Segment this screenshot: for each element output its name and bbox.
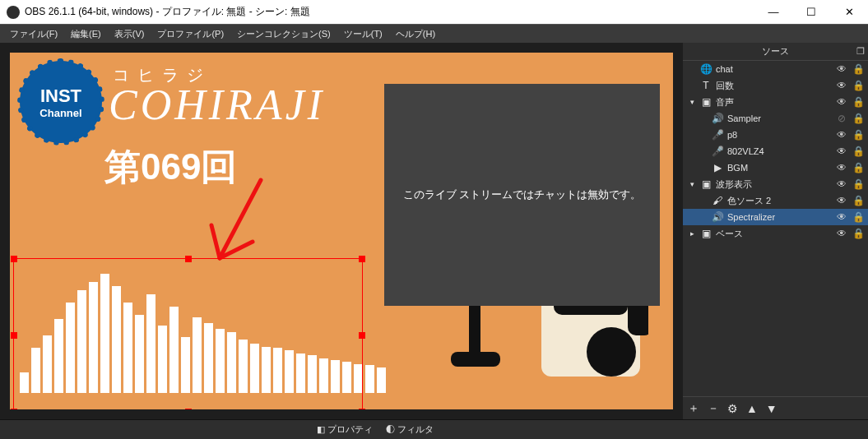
minimize-button[interactable]: — — [754, 0, 792, 25]
titlebar: OBS 26.1.1 (64-bit, windows) - プロファイル: 無… — [0, 0, 868, 25]
svg-rect-9 — [451, 352, 500, 367]
source-label: 色ソース 2 — [727, 195, 832, 207]
source-label: Sampler — [727, 113, 832, 123]
lock-toggle-icon[interactable]: 🔒 — [852, 96, 865, 108]
source-row[interactable]: 🖌色ソース 2👁🔒 — [683, 192, 868, 209]
lock-toggle-icon[interactable]: 🔒 — [852, 228, 865, 239]
menu-view[interactable]: 表示(V) — [108, 28, 151, 40]
sources-panel-header: ソース ❐ — [683, 43, 868, 61]
source-label: BGM — [727, 163, 832, 173]
filters-button[interactable]: ◐ フィルタ — [386, 423, 434, 436]
source-type-icon: ▣ — [699, 96, 713, 108]
source-type-icon: ▣ — [699, 228, 713, 239]
lock-toggle-icon[interactable]: 🔒 — [852, 129, 865, 141]
sources-list[interactable]: 🌐chat👁🔒T回数👁🔒▾▣音声👁🔒🔊Sampler⊘🔒🎤p8👁🔒🎤802VLZ… — [683, 61, 868, 396]
source-row[interactable]: T回数👁🔒 — [683, 77, 868, 94]
source-label: 回数 — [716, 80, 832, 92]
lock-toggle-icon[interactable]: 🔒 — [852, 211, 865, 223]
menu-scene-collection[interactable]: シーンコレクション(S) — [230, 28, 337, 40]
source-type-icon: ▶ — [711, 162, 724, 173]
chat-overlay: このライブ ストリームではチャットは無効です。 — [384, 84, 660, 306]
selection-box[interactable] — [13, 258, 363, 409]
add-source-button[interactable]: ＋ — [688, 401, 699, 416]
visibility-toggle-icon[interactable]: ⊘ — [835, 113, 848, 124]
visibility-toggle-icon[interactable]: 👁 — [835, 96, 848, 108]
title-latin: COHIRAJI — [109, 81, 325, 129]
menu-file[interactable]: ファイル(F) — [3, 28, 64, 40]
sources-toolbar: ＋ － ⚙ ▲ ▼ — [683, 396, 868, 419]
menu-edit[interactable]: 編集(E) — [64, 28, 108, 40]
expand-chevron-icon[interactable]: ▾ — [688, 98, 696, 106]
preview-canvas[interactable]: INST Channel コヒラジ COHIRAJI 第069回 — [10, 53, 673, 409]
svg-rect-8 — [469, 298, 480, 356]
visibility-toggle-icon[interactable]: 👁 — [835, 63, 848, 75]
menubar: ファイル(F) 編集(E) 表示(V) プロファイル(P) シーンコレクション(… — [0, 25, 868, 43]
bottom-bar: ◧ プロパティ ◐ フィルタ — [0, 419, 868, 439]
properties-button[interactable]: ◧ プロパティ — [317, 423, 373, 436]
lock-toggle-icon[interactable]: 🔒 — [852, 63, 865, 75]
source-row[interactable]: ▸▣ベース👁🔒 — [683, 225, 868, 242]
visibility-toggle-icon[interactable]: 👁 — [835, 146, 848, 157]
source-type-icon: 🎤 — [711, 129, 724, 141]
source-label: ベース — [716, 228, 832, 240]
source-label: 音声 — [716, 96, 832, 109]
source-row[interactable]: 🎤p8👁🔒 — [683, 127, 868, 143]
visibility-toggle-icon[interactable]: 👁 — [835, 80, 848, 91]
source-label: p8 — [727, 130, 832, 140]
source-type-icon: 🌐 — [699, 63, 713, 75]
lock-toggle-icon[interactable]: 🔒 — [852, 113, 865, 124]
expand-chevron-icon[interactable]: ▸ — [688, 229, 696, 238]
visibility-toggle-icon[interactable]: 👁 — [835, 195, 848, 206]
sources-panel-title: ソース — [762, 45, 789, 58]
source-type-icon: T — [699, 80, 713, 91]
source-settings-button[interactable]: ⚙ — [727, 402, 738, 415]
visibility-toggle-icon[interactable]: 👁 — [835, 162, 848, 173]
preview-area[interactable]: INST Channel コヒラジ COHIRAJI 第069回 — [0, 43, 683, 419]
source-row[interactable]: 🔊Spectralizer👁🔒 — [683, 209, 868, 225]
visibility-toggle-icon[interactable]: 👁 — [835, 129, 848, 141]
lock-toggle-icon[interactable]: 🔒 — [852, 80, 865, 91]
popout-icon[interactable]: ❐ — [856, 46, 865, 57]
source-row[interactable]: 🔊Sampler⊘🔒 — [683, 110, 868, 127]
source-row[interactable]: ▾▣波形表示👁🔒 — [683, 176, 868, 192]
visibility-toggle-icon[interactable]: 👁 — [835, 228, 848, 239]
source-row[interactable]: 🌐chat👁🔒 — [683, 61, 868, 77]
window-title: OBS 26.1.1 (64-bit, windows) - プロファイル: 無… — [25, 5, 754, 19]
close-button[interactable]: ✕ — [830, 0, 868, 25]
maximize-button[interactable]: ☐ — [792, 0, 830, 25]
lock-toggle-icon[interactable]: 🔒 — [852, 146, 865, 157]
visibility-toggle-icon[interactable]: 👁 — [835, 211, 848, 223]
remove-source-button[interactable]: － — [708, 401, 719, 416]
source-row[interactable]: ▶BGM👁🔒 — [683, 159, 868, 176]
source-row[interactable]: 🎤802VLZ4👁🔒 — [683, 143, 868, 159]
source-label: chat — [716, 64, 832, 74]
source-label: 802VLZ4 — [727, 146, 832, 156]
lock-toggle-icon[interactable]: 🔒 — [852, 195, 865, 206]
app-icon — [7, 6, 20, 19]
svg-point-5 — [587, 327, 636, 377]
channel-badge: INST Channel — [20, 61, 102, 143]
spectralizer-bar — [377, 367, 386, 393]
source-label: 波形表示 — [716, 178, 832, 191]
spectralizer-bar — [365, 365, 374, 393]
source-row[interactable]: ▾▣音声👁🔒 — [683, 94, 868, 110]
source-type-icon: 🖌 — [711, 195, 724, 206]
source-label: Spectralizer — [727, 212, 832, 222]
expand-chevron-icon[interactable]: ▾ — [688, 180, 696, 188]
visibility-toggle-icon[interactable]: 👁 — [835, 178, 848, 190]
menu-profile[interactable]: プロファイル(P) — [151, 28, 230, 40]
menu-help[interactable]: ヘルプ(H) — [389, 28, 442, 40]
lock-toggle-icon[interactable]: 🔒 — [852, 178, 865, 190]
source-type-icon: 🔊 — [711, 113, 724, 124]
lock-toggle-icon[interactable]: 🔒 — [852, 162, 865, 173]
menu-tools[interactable]: ツール(T) — [337, 28, 389, 40]
move-down-button[interactable]: ▼ — [766, 402, 777, 415]
source-type-icon: ▣ — [699, 178, 713, 190]
move-up-button[interactable]: ▲ — [746, 402, 758, 415]
source-type-icon: 🎤 — [711, 146, 724, 157]
chat-overlay-message: このライブ ストリームではチャットは無効です。 — [403, 187, 642, 202]
sources-panel: ソース ❐ 🌐chat👁🔒T回数👁🔒▾▣音声👁🔒🔊Sampler⊘🔒🎤p8👁🔒🎤… — [683, 43, 868, 419]
svg-line-1 — [211, 225, 220, 258]
source-type-icon: 🔊 — [711, 211, 724, 223]
